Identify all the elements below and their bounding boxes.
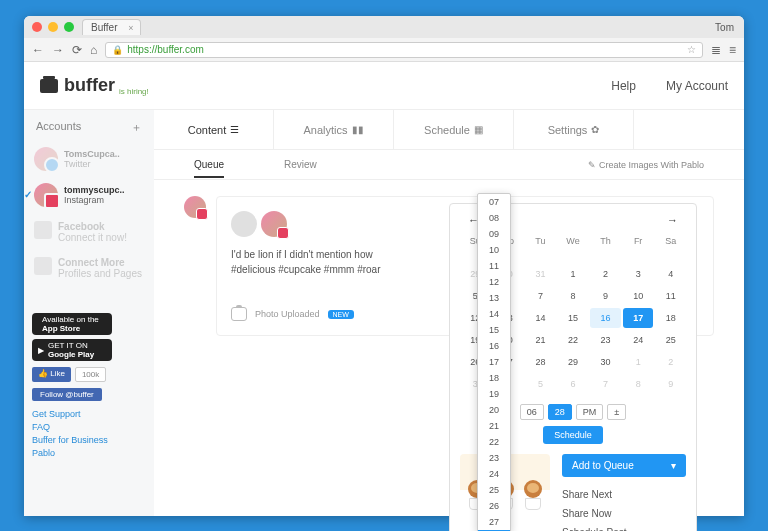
add-to-queue-button[interactable]: Add to Queue▾ [562,454,686,477]
cal-day[interactable]: 6 [558,374,589,394]
cal-day[interactable]: 23 [590,330,621,350]
minute-option[interactable]: 22 [478,434,510,450]
tab-analytics[interactable]: Analytics▮▮ [274,110,394,149]
link-business[interactable]: Buffer for Business [32,435,146,445]
cal-day[interactable]: 2 [655,352,686,372]
cal-day[interactable]: 1 [558,264,589,284]
sidebar-account-instagram[interactable]: tommyscupc..Instagram [32,179,146,211]
minute-option[interactable]: 13 [478,290,510,306]
cal-day[interactable]: 31 [525,264,556,284]
link-pablo[interactable]: Pablo [32,448,146,458]
cal-day[interactable] [558,252,589,262]
bookmark-icon[interactable]: ☆ [687,44,696,55]
extensions-icon[interactable]: ≣ [711,43,721,57]
schedule-button[interactable]: Schedule [543,426,603,444]
minute-option[interactable]: 14 [478,306,510,322]
menu-icon[interactable]: ≡ [729,43,736,57]
back-icon[interactable]: ← [32,43,44,57]
cal-day[interactable]: 2 [590,264,621,284]
cal-day[interactable]: 21 [525,330,556,350]
cal-day[interactable]: 7 [525,286,556,306]
cal-day[interactable]: 5 [525,374,556,394]
cal-day[interactable]: 1 [623,352,654,372]
schedule-post-option[interactable]: Schedule Post [562,523,686,531]
minute-option[interactable]: 26 [478,498,510,514]
pablo-link[interactable]: ✎ Create Images With Pablo [588,160,704,170]
minute-option[interactable]: 21 [478,418,510,434]
appstore-badge[interactable]: Available on theApp Store [32,313,112,335]
minute-option[interactable]: 12 [478,274,510,290]
cal-day[interactable]: 15 [558,308,589,328]
minute-option[interactable]: 18 [478,370,510,386]
logo[interactable]: buffer is hiring! [40,75,149,96]
minute-option[interactable]: 24 [478,466,510,482]
minute-option[interactable]: 20 [478,402,510,418]
fb-follow-button[interactable]: Follow @buffer [32,388,102,401]
ampm-select[interactable]: PM [576,404,604,420]
cal-day[interactable] [655,252,686,262]
my-account-link[interactable]: My Account [666,79,728,93]
home-icon[interactable]: ⌂ [90,43,97,57]
cal-day[interactable]: 25 [655,330,686,350]
minute-option[interactable]: 27 [478,514,510,530]
minute-option[interactable]: 09 [478,226,510,242]
minute-option[interactable]: 16 [478,338,510,354]
sidebar-account-twitter[interactable]: TomsCupca..Twitter [32,143,146,175]
googleplay-badge[interactable]: ▶GET IT ONGoogle Play [32,339,112,361]
minute-option[interactable]: 07 [478,194,510,210]
subtab-review[interactable]: Review [284,159,317,170]
tab-settings[interactable]: Settings✿ [514,110,634,149]
minute-option[interactable]: 15 [478,322,510,338]
minute-option[interactable]: 11 [478,258,510,274]
minute-option[interactable]: 23 [478,450,510,466]
subtab-queue[interactable]: Queue [194,151,224,178]
cal-day[interactable]: 18 [655,308,686,328]
cal-next-icon[interactable]: → [667,214,678,226]
cal-day[interactable]: 10 [623,286,654,306]
minute-dropdown[interactable]: 0708091011121314151617181920212223242526… [477,193,511,531]
cal-day[interactable]: 7 [590,374,621,394]
cal-day[interactable]: 8 [558,286,589,306]
cal-day[interactable]: 9 [590,286,621,306]
cal-day[interactable]: 29 [558,352,589,372]
cal-day[interactable]: 14 [525,308,556,328]
tab-content[interactable]: Content☰ [154,110,274,149]
minute-option[interactable]: 19 [478,386,510,402]
window-close-icon[interactable] [32,22,42,32]
cal-day[interactable]: 9 [655,374,686,394]
cal-day[interactable] [590,252,621,262]
cal-day[interactable] [525,252,556,262]
forward-icon[interactable]: → [52,43,64,57]
link-faq[interactable]: FAQ [32,422,146,432]
browser-tab[interactable]: Buffer × [82,19,141,35]
compose-card[interactable]: I'd be lion if I didn't mention how #del… [216,196,714,336]
minute-option[interactable]: 17 [478,354,510,370]
cal-day[interactable]: 4 [655,264,686,284]
cal-day[interactable]: 11 [655,286,686,306]
share-next-option[interactable]: Share Next [562,485,686,504]
minute-select[interactable]: 28 [548,404,572,420]
minute-option[interactable]: 10 [478,242,510,258]
tz-select[interactable]: ± [607,404,626,420]
tab-schedule[interactable]: Schedule▦ [394,110,514,149]
compose-text[interactable]: I'd be lion if I didn't mention how #del… [231,247,411,277]
reload-icon[interactable]: ⟳ [72,43,82,57]
minute-option[interactable]: 08 [478,210,510,226]
window-minimize-icon[interactable] [48,22,58,32]
cal-day[interactable]: 16 [590,308,621,328]
cal-day[interactable]: 22 [558,330,589,350]
address-input[interactable]: 🔒 https://buffer.com ☆ [105,42,703,58]
connect-more[interactable]: Connect MoreProfiles and Pages [32,253,146,283]
cal-day[interactable]: 30 [590,352,621,372]
cal-day[interactable] [623,252,654,262]
window-maximize-icon[interactable] [64,22,74,32]
help-link[interactable]: Help [611,79,636,93]
cal-day[interactable]: 17 [623,308,654,328]
cal-day[interactable]: 28 [525,352,556,372]
connect-facebook[interactable]: FacebookConnect it now! [32,217,146,247]
close-tab-icon[interactable]: × [128,23,133,33]
link-support[interactable]: Get Support [32,409,146,419]
add-account-icon[interactable]: ＋ [131,120,142,135]
minute-option[interactable]: 25 [478,482,510,498]
cal-day[interactable]: 24 [623,330,654,350]
